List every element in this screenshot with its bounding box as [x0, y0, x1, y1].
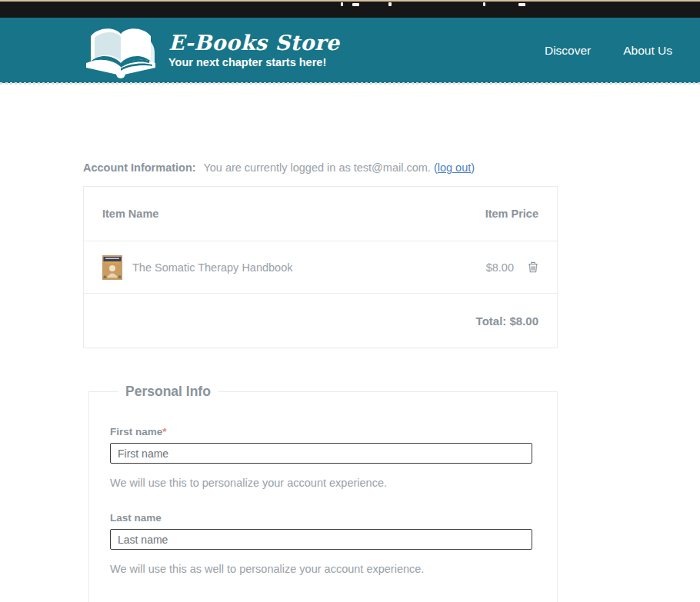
column-item-name: Item Name [102, 208, 158, 220]
required-marker: * [162, 426, 166, 437]
item-name: The Somatic Therapy Handbook [132, 261, 293, 274]
clipped-text-fragment [518, 3, 525, 6]
header-dotted-divider [0, 81, 700, 85]
personal-info-legend: Personal Info [118, 384, 218, 400]
first-name-helper: We will use this to personalize your acc… [110, 477, 535, 489]
item-cell: The Somatic Therapy Handbook [102, 255, 293, 280]
clipped-browser-bar [0, 0, 700, 18]
last-name-input[interactable] [110, 529, 532, 550]
main-nav: Discover About Us [545, 44, 672, 58]
cart-item-row: The Somatic Therapy Handbook $8.00 [84, 241, 557, 294]
cart-table: Item Name Item Price The [83, 186, 558, 348]
account-info-text: You are currently logged in as test@mail… [203, 161, 430, 174]
site-title: E-Books Store [168, 32, 339, 54]
brand-home-link[interactable]: E-Books Store Your next chapter starts h… [82, 23, 339, 78]
clipped-text-fragment [352, 3, 359, 6]
item-price: $8.00 [486, 261, 514, 274]
price-cell: $8.00 [486, 261, 538, 274]
brand-text: E-Books Store Your next chapter starts h… [168, 32, 339, 68]
last-name-label-text: Last name [110, 512, 162, 524]
open-book-logo-icon [82, 23, 159, 78]
account-info-label: Account Information: [83, 161, 196, 174]
cart-total: Total: $8.00 [476, 314, 538, 328]
cart-header-row: Item Name Item Price [84, 187, 557, 241]
nav-discover[interactable]: Discover [545, 44, 591, 58]
first-name-input[interactable] [110, 443, 532, 464]
logout-link[interactable]: log out [438, 161, 472, 174]
site-header: E-Books Store Your next chapter starts h… [0, 18, 700, 83]
cart-total-row: Total: $8.00 [84, 294, 557, 348]
account-info-line: Account Information: You are currently l… [83, 161, 558, 174]
remove-item-button[interactable] [528, 261, 538, 273]
site-tagline: Your next chapter starts here! [168, 56, 339, 68]
nav-about-us[interactable]: About Us [623, 44, 672, 58]
clipped-text-fragment [483, 2, 485, 6]
trash-icon [528, 261, 538, 273]
book-cover-thumbnail [102, 255, 122, 280]
clipped-text-fragment [388, 2, 392, 6]
last-name-label: Last name [110, 512, 535, 524]
column-item-price: Item Price [485, 208, 538, 220]
checkout-content: Account Information: You are currently l… [83, 161, 558, 602]
clipped-text-fragment [341, 2, 343, 6]
personal-info-fieldset: Personal Info First name* We will use th… [88, 384, 558, 602]
paren-close: ) [471, 161, 475, 174]
last-name-helper: We will use this as well to personalize … [110, 563, 535, 575]
first-name-label-text: First name [110, 426, 162, 437]
first-name-label: First name* [110, 426, 535, 437]
